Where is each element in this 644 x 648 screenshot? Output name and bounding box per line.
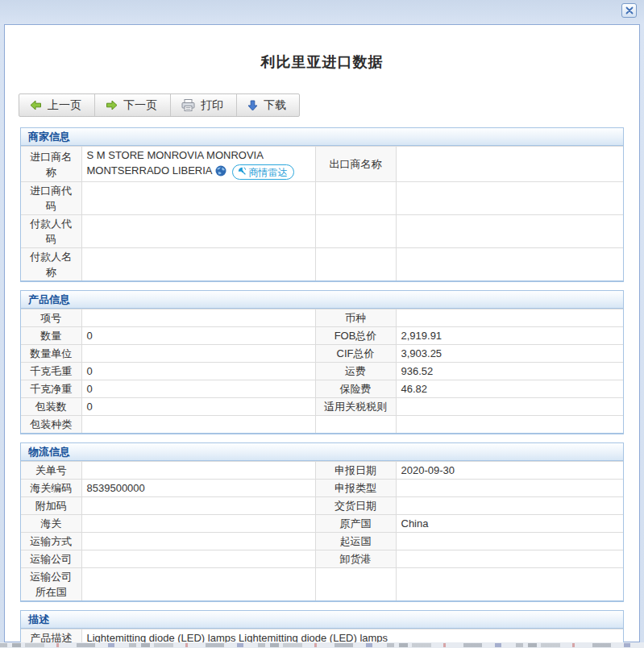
section: 产品信息项号币种数量0FOB总价2,919.91数量单位CIF总价3,903.2…	[20, 290, 624, 434]
field-value: 936.52	[396, 363, 623, 380]
field-label: 包装数	[21, 398, 81, 416]
field-label: 运输公司	[21, 550, 81, 568]
toolbar-button-download[interactable]: 下载	[237, 94, 299, 116]
field-label: 千克净重	[21, 380, 81, 398]
globe-icon[interactable]	[215, 165, 226, 181]
toolbar-button-label: 上一页	[48, 98, 81, 112]
field-label: 保险费	[315, 380, 396, 398]
field-value	[396, 568, 623, 601]
field-value: S M STORE MONROVIA MONROVIA MONTSERRADO …	[81, 147, 315, 182]
field-label: 海关编码	[21, 480, 81, 497]
field-value	[396, 416, 623, 434]
field-value	[396, 248, 623, 281]
toolbar-button-next-page[interactable]: 下一页	[95, 94, 171, 116]
field-value	[396, 398, 623, 416]
field-label	[315, 248, 396, 281]
field-value	[81, 309, 315, 327]
field-label	[315, 182, 396, 215]
table-row: 运输公司卸货港	[21, 550, 623, 568]
table-row: 千克净重0保险费46.82	[21, 380, 623, 398]
field-label: FOB总价	[315, 327, 396, 345]
field-label	[315, 568, 396, 601]
field-value: 46.82	[396, 380, 623, 398]
field-label: 原产国	[315, 515, 396, 533]
field-label: 申报类型	[315, 480, 396, 497]
field-label: 包装种类	[21, 416, 81, 434]
field-value	[81, 533, 315, 550]
field-value: 0	[81, 398, 315, 416]
section: 物流信息关单号申报日期2020-09-30海关编码8539500000申报类型附…	[20, 442, 624, 602]
field-label: 附加码	[21, 497, 81, 515]
section-header: 产品信息	[21, 291, 623, 309]
field-value: 2020-09-30	[396, 462, 623, 480]
table-row: 付款人代码	[21, 215, 623, 248]
toolbar-button-print[interactable]: 打印	[171, 94, 237, 116]
field-value	[396, 182, 623, 215]
field-label: 运输公司所在国	[21, 568, 81, 601]
close-button[interactable]	[621, 3, 637, 18]
table-row: 海关编码8539500000申报类型	[21, 480, 623, 497]
field-label: 出口商名称	[315, 147, 396, 182]
table-row: 数量单位CIF总价3,903.25	[21, 345, 623, 363]
table-row: 包装数0适用关税税则	[21, 398, 623, 416]
green-arrow-left-icon	[30, 100, 42, 110]
field-value	[396, 480, 623, 497]
field-label: 申报日期	[315, 462, 396, 480]
field-label: 交货日期	[315, 497, 396, 515]
field-label: 运输方式	[21, 533, 81, 550]
table-row: 进口商名称S M STORE MONROVIA MONROVIA MONTSER…	[21, 147, 623, 182]
field-value	[81, 182, 315, 215]
field-label: 起运国	[315, 533, 396, 550]
field-label: 运费	[315, 363, 396, 380]
field-label: 进口商代码	[21, 182, 81, 215]
table-row: 千克毛重0运费936.52	[21, 363, 623, 380]
toolbar-button-label: 下一页	[123, 98, 157, 112]
section: 商家信息进口商名称S M STORE MONROVIA MONROVIA MON…	[20, 127, 624, 282]
field-value: China	[396, 515, 623, 533]
toolbar-button-label: 下载	[264, 98, 286, 112]
field-label: 币种	[315, 309, 396, 327]
field-label: 付款人名称	[21, 248, 81, 281]
field-label: 项号	[21, 309, 81, 327]
field-value	[81, 568, 315, 601]
green-arrow-right-icon	[106, 100, 118, 110]
field-value	[396, 215, 623, 248]
page-title: 利比里亚进口数据	[5, 52, 639, 72]
field-label: 适用关税税则	[315, 398, 396, 416]
field-label: 数量单位	[21, 345, 81, 363]
business-radar-badge[interactable]: 商情雷达	[232, 164, 294, 180]
field-value: 2,919.91	[396, 327, 623, 345]
field-label: 付款人代码	[21, 215, 81, 248]
field-value	[396, 497, 623, 515]
field-label: 进口商名称	[21, 147, 81, 182]
field-label	[315, 215, 396, 248]
field-label: 关单号	[21, 462, 81, 480]
field-label: CIF总价	[315, 345, 396, 363]
field-label: 千克毛重	[21, 363, 81, 380]
field-value	[81, 416, 315, 434]
section-header: 描述	[21, 611, 623, 629]
toolbar-button-prev-page[interactable]: 上一页	[19, 94, 95, 116]
close-icon	[625, 5, 634, 17]
table-row: 进口商代码	[21, 182, 623, 215]
printer-icon	[181, 99, 195, 111]
field-value	[81, 462, 315, 480]
section-header: 商家信息	[21, 128, 623, 146]
table-row: 附加码交货日期	[21, 497, 623, 515]
section-header: 物流信息	[21, 443, 623, 461]
radar-icon	[237, 166, 247, 178]
table-row: 数量0FOB总价2,919.91	[21, 327, 623, 345]
field-value	[81, 497, 315, 515]
table-row: 项号币种	[21, 309, 623, 327]
toolbar: 上一页下一页打印下载	[19, 93, 300, 117]
field-value	[81, 345, 315, 363]
field-value: 0	[81, 363, 315, 380]
field-value	[396, 309, 623, 327]
table-row: 包装种类	[21, 416, 623, 434]
table-row: 海关原产国China	[21, 515, 623, 533]
field-value: 8539500000	[81, 480, 315, 497]
table-row: 运输公司所在国	[21, 568, 623, 601]
section-table: 关单号申报日期2020-09-30海关编码8539500000申报类型附加码交货…	[21, 461, 623, 600]
field-value	[81, 215, 315, 248]
field-label: 卸货港	[315, 550, 396, 568]
